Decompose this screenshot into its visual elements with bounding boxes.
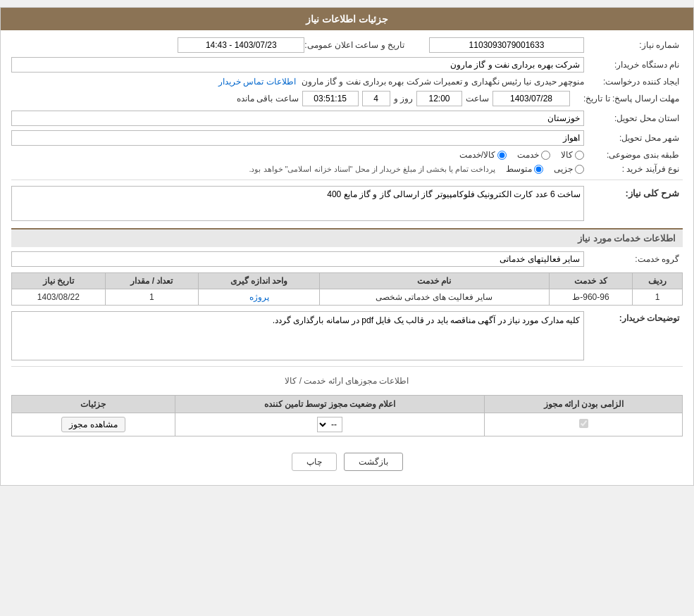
perm-col-eelam: اعلام وضعیت مجوز توسط تامین کننده [175, 396, 485, 413]
bazgasht-button[interactable]: بازگشت [344, 453, 403, 471]
nooe-farayand-row: نوع فرآیند خرید : جزیی متوسط پرداخت تمام… [11, 164, 683, 174]
ijad-label: ایجاد کننده درخواست: [584, 77, 683, 87]
grooh-khedmat-row: گروه خدمت: [11, 251, 683, 267]
mohlat-baqi-label: ساعت باقی مانده [237, 94, 299, 103]
radio-kala-khedmat[interactable] [497, 151, 507, 160]
radio-kala-khedmat-text: کالا/خدمت [459, 150, 495, 160]
radio-jozii-text: جزیی [554, 164, 573, 174]
sharh-koli-label: شرح کلی نیاز: [584, 186, 683, 199]
page-title: جزئیات اطلاعات نیاز [306, 13, 388, 25]
ostan-value-box [11, 111, 584, 126]
grooh-khedmat-label: گروه خدمت: [584, 254, 683, 264]
shomara-niaz-input[interactable] [429, 37, 584, 53]
radio-mootasat-text: متوسط [506, 164, 532, 174]
radio-mootasat-label[interactable]: متوسط [506, 164, 543, 174]
mojavez-section-note: اطلاعات مجوزهای ارائه خدمت / کالا [11, 372, 683, 389]
permissions-table: الزامی بودن ارائه مجوز اعلام وضعیت مجوز … [11, 395, 683, 436]
radio-kala-khedmat-label[interactable]: کالا/خدمت [459, 150, 507, 160]
cell-tarikh: 1403/08/22 [12, 289, 106, 306]
tarikh-input[interactable] [178, 37, 304, 53]
mohlat-saaat-input[interactable] [416, 91, 462, 106]
mohlat-baqi-input[interactable] [302, 91, 359, 106]
toozihat-value-box: کلیه مدارک مورد نیاز در آگهی مناقصه باید… [11, 311, 584, 360]
ijad-value-box: منوچهر حیدری نیا رئیس نگهداری و تعمیرات … [11, 77, 584, 87]
main-container: جزئیات اطلاعات نیاز شماره نیاز: تاریخ و … [0, 7, 694, 486]
separator-1 [11, 180, 683, 180]
perm-cell-eelam: -- [175, 413, 485, 436]
ijad-value: منوچهر حیدری نیا رئیس نگهداری و تعمیرات … [302, 77, 584, 87]
grooh-khedmat-input[interactable] [11, 251, 584, 267]
col-kod: کد خدمت [549, 273, 633, 289]
name-dastgah-value-box [11, 57, 584, 73]
mohlat-date-input[interactable] [492, 91, 570, 106]
name-dastgah-row: نام دستگاه خریدار: [11, 57, 683, 73]
mohlat-label: مهلت ارسال پاسخ: تا تاریخ: [570, 94, 683, 103]
mohlat-row: مهلت ارسال پاسخ: تا تاریخ: ساعت روز و سا… [11, 91, 683, 106]
col-vahed: واحد اندازه گیری [199, 273, 320, 289]
services-table: ردیف کد خدمت نام خدمت واحد اندازه گیری ت… [11, 272, 683, 306]
col-tarikh: تاریخ نیاز [12, 273, 106, 289]
cell-name: سایر فعالیت های خدماتی شخصی [320, 289, 550, 306]
tabaqe-label: طبقه بندی موضوعی: [584, 150, 683, 160]
shahr-input[interactable] [11, 130, 584, 146]
tabaqe-row: طبقه بندی موضوعی: کالا خدمت کالا/خدمت [11, 150, 683, 160]
separator-2 [11, 366, 683, 367]
table-row: 1 960-96-ط سایر فعالیت های خدماتی شخصی پ… [12, 289, 683, 306]
permission-row: -- مشاهده مجوز [12, 413, 683, 436]
ostan-input[interactable] [11, 111, 584, 126]
sharh-koli-row: شرح کلی نیاز: ساخت 6 عدد کارت الکترونیک … [11, 186, 683, 221]
ostan-row: استان محل تحویل: [11, 111, 683, 126]
radio-mootasat[interactable] [534, 165, 543, 174]
perm-col-joziat: جزئیات [12, 396, 175, 413]
name-dastgah-input[interactable] [11, 57, 584, 73]
shomara-niaz-value-box: تاریخ و ساعت اعلان عمومی: [11, 37, 584, 53]
col-tedad: تعداد / مقدار [105, 273, 199, 289]
shahr-label: شهر محل تحویل: [584, 133, 683, 143]
eelam-select[interactable]: -- [317, 417, 342, 432]
shomara-niaz-label: شماره نیاز: [584, 40, 683, 50]
mohlat-rooz-input[interactable] [362, 91, 390, 106]
sharh-koli-value-box: ساخت 6 عدد کارت الکترونیک فلوکامپیوتر گا… [11, 186, 584, 221]
mohlat-value-box: ساعت روز و ساعت باقی مانده [11, 91, 570, 106]
khedamat-section-title: اطلاعات خدمات مورد نیاز [11, 228, 683, 247]
perm-col-elzami: الزامی بودن ارائه مجوز [485, 396, 683, 413]
toozihat-textarea[interactable]: کلیه مدارک مورد نیاز در آگهی مناقصه باید… [11, 311, 584, 360]
ijad-row: ایجاد کننده درخواست: منوچهر حیدری نیا رئ… [11, 77, 683, 87]
shahr-value-box [11, 130, 584, 146]
nooe-farayand-label: نوع فرآیند خرید : [584, 164, 683, 174]
elzami-checkbox [579, 419, 588, 428]
nooe-farayand-value-box: جزیی متوسط پرداخت تمام یا بخشی از مبلغ خ… [11, 164, 584, 174]
radio-kala[interactable] [575, 151, 584, 160]
mojavez-btn[interactable]: مشاهده مجوز [61, 417, 125, 432]
radio-kala-label[interactable]: کالا [561, 150, 584, 160]
radio-khedmat-label[interactable]: خدمت [517, 150, 550, 160]
radio-khedmat-text: خدمت [517, 150, 539, 160]
radio-jozii-label[interactable]: جزیی [554, 164, 584, 174]
content-area: شماره نیاز: تاریخ و ساعت اعلان عمومی: نا… [1, 30, 693, 485]
name-dastgah-label: نام دستگاه خریدار: [584, 60, 683, 70]
cell-vahed: پروژه [199, 289, 320, 306]
radio-khedmat[interactable] [541, 151, 550, 160]
radio-jozii[interactable] [575, 165, 584, 174]
ostan-label: استان محل تحویل: [584, 113, 683, 123]
chap-button[interactable]: چاپ [292, 453, 337, 471]
tabaqe-value-box: کالا خدمت کالا/خدمت [11, 150, 584, 160]
mohlat-rooz-label: روز و [394, 94, 413, 103]
shahr-row: شهر محل تحویل: [11, 130, 683, 146]
ijad-link[interactable]: اطلاعات تماس خریدار [218, 77, 296, 87]
shomara-niaz-row: شماره نیاز: تاریخ و ساعت اعلان عمومی: [11, 37, 683, 53]
grooh-khedmat-value-box [11, 251, 584, 267]
toozihat-label: توضیحات خریدار: [584, 311, 683, 323]
mohlat-saaat-label: ساعت [466, 94, 489, 103]
page-header: جزئیات اطلاعات نیاز [1, 8, 693, 30]
sharh-koli-textarea[interactable]: ساخت 6 عدد کارت الکترونیک فلوکامپیوتر گا… [11, 186, 584, 221]
tarikh-label: تاریخ و ساعت اعلان عمومی: [304, 40, 408, 50]
perm-cell-elzami [485, 413, 683, 436]
button-group: بازگشت چاپ [11, 442, 683, 478]
cell-radif: 1 [633, 289, 683, 306]
perm-cell-joziat: مشاهده مجوز [12, 413, 175, 436]
toozihat-row: توضیحات خریدار: کلیه مدارک مورد نیاز در … [11, 311, 683, 360]
nooe-farayand-desc: پرداخت تمام یا بخشی از مبلغ خریدار از مح… [249, 165, 495, 174]
mojavez-section-title: اطلاعات مجوزهای ارائه خدمت / کالا [285, 376, 409, 386]
cell-kod: 960-96-ط [549, 289, 633, 306]
